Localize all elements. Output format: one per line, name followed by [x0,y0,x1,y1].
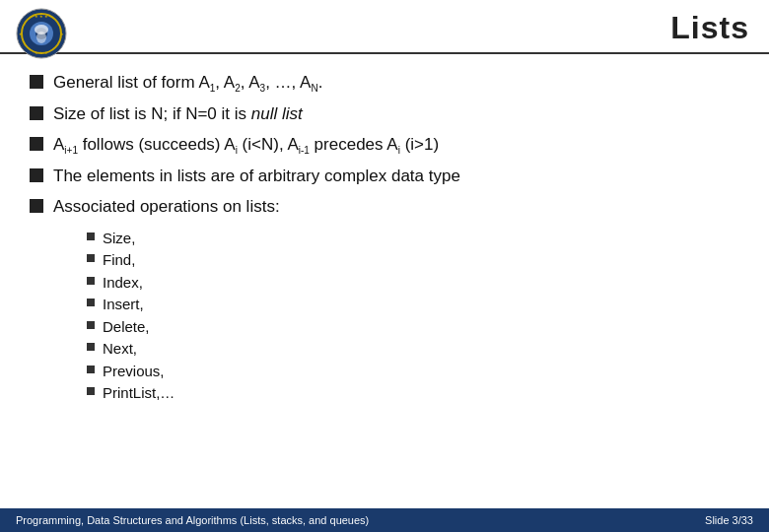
bullet-text-5: Associated operations on lists: [53,196,280,219]
svg-point-5 [36,32,46,43]
bullet-icon-4 [30,168,43,182]
logo: ★ ★ ★ ★ ★ ★ ★ ★ [16,8,67,59]
bullet-4: The elements in lists are of arbitrary c… [30,166,739,188]
footer: Programming, Data Structures and Algorit… [0,508,769,532]
bullet-5: Associated operations on lists: [30,196,739,219]
footer-left: Programming, Data Structures and Algorit… [16,514,369,526]
sub-item-next: Next, [87,339,739,359]
sub-item-insert: Insert, [87,295,739,314]
bullet-text-1: General list of form A1, A2, A3, …, AN. [53,72,322,96]
content-area: General list of form A1, A2, A3, …, AN. … [0,54,769,416]
bullet-text-4: The elements in lists are of arbitrary c… [53,166,460,188]
bullet-text-3: Ai+1 follows (succeeds) Ai (i<N), Ai-1 p… [53,134,439,158]
sub-bullet-icon [87,277,95,285]
sub-item-previous: Previous, [87,362,739,381]
svg-text:★: ★ [19,32,23,36]
sub-item-label: PrintList,… [103,383,175,403]
bullet-icon-3 [30,137,43,151]
sub-item-label: Index, [103,273,143,293]
bullet-3: Ai+1 follows (succeeds) Ai (i<N), Ai-1 p… [30,134,739,158]
bullet-icon-1 [30,75,43,89]
bullet-2: Size of list is N; if N=0 it is null lis… [30,103,739,126]
sub-item-label: Delete, [103,317,150,337]
sub-item-printlist: PrintList,… [87,383,739,403]
bullet-1: General list of form A1, A2, A3, …, AN. [30,72,739,96]
svg-text:★ ★ ★: ★ ★ ★ [35,50,48,55]
footer-right: Slide 3/33 [705,514,753,526]
sub-bullet-icon [87,343,95,351]
sub-bullet-icon [87,233,95,240]
bullet-icon-5 [30,199,43,213]
sub-bullet-icon [87,299,95,306]
sub-item-label: Insert, [103,295,144,314]
sub-item-label: Next, [103,339,137,359]
main-bullet-list: General list of form A1, A2, A3, …, AN. … [30,72,739,219]
sub-item-label: Previous, [103,362,165,381]
sub-item-find: Find, [87,250,739,270]
sub-item-index: Index, [87,273,739,293]
bullet-icon-2 [30,106,43,120]
sub-bullet-icon [87,366,95,373]
sub-bullet-icon [87,387,95,395]
sub-bullet-icon [87,321,95,329]
sub-bullet-icon [87,254,95,262]
slide: ★ ★ ★ ★ ★ ★ ★ ★ Lists General list of fo… [0,0,769,532]
header: ★ ★ ★ ★ ★ ★ ★ ★ Lists [0,0,769,54]
sub-item-size: Size, [87,229,739,248]
svg-text:★ ★ ★: ★ ★ ★ [35,14,48,19]
sub-item-label: Find, [103,250,135,270]
sub-operations-list: Size, Find, Index, Insert, Delete, Next, [87,229,739,403]
slide-title: Lists [670,10,749,46]
sub-item-delete: Delete, [87,317,739,337]
sub-item-label: Size, [103,229,135,248]
bullet-text-2: Size of list is N; if N=0 it is null lis… [53,103,303,126]
svg-text:★: ★ [60,32,64,36]
